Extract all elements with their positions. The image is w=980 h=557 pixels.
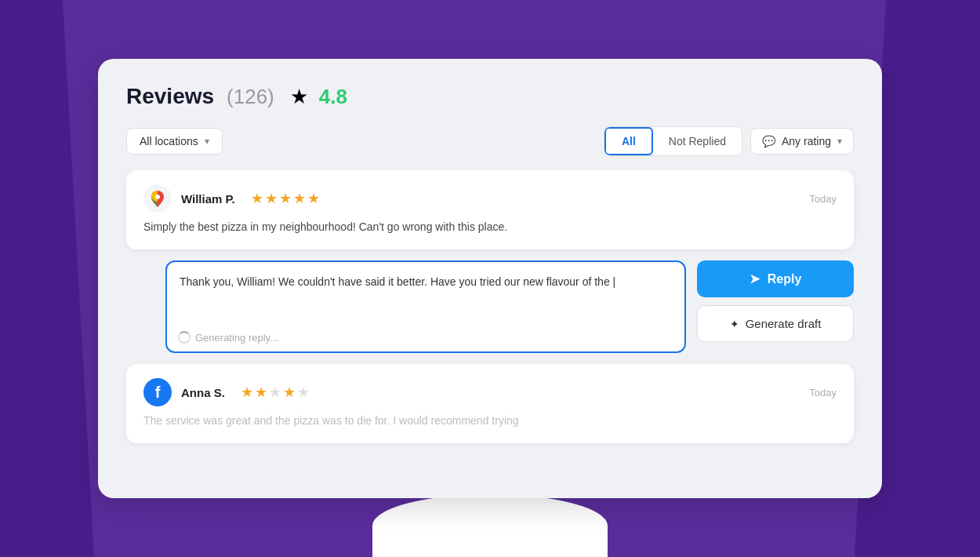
bg-shape-left — [0, 0, 94, 557]
generating-indicator: Generating reply... — [178, 331, 278, 344]
reply-textarea-wrapper[interactable]: Thank you, William! We couldn't have sai… — [165, 260, 686, 353]
loading-spinner — [178, 331, 191, 344]
generate-draft-button[interactable]: ✦ Generate draft — [697, 305, 854, 342]
review-text-anna: The service was great and the pizza was … — [143, 413, 837, 429]
location-filter: All locations ▾ — [126, 128, 223, 155]
generate-label: Generate draft — [746, 317, 822, 330]
review-time-anna: Today — [809, 387, 837, 399]
tab-all[interactable]: All — [604, 127, 653, 155]
reply-status-tabs: All Not Replied — [604, 126, 742, 156]
reply-label: Reply — [768, 272, 802, 286]
reviewer-name-anna: Anna S. — [181, 386, 225, 399]
card-header: Reviews (126) ★ 4.8 — [126, 84, 854, 109]
average-rating: 4.8 — [319, 85, 347, 109]
reply-button[interactable]: ➤ Reply — [697, 260, 854, 297]
page-title: Reviews — [126, 84, 214, 109]
star-icon: ★ — [290, 85, 308, 109]
facebook-icon: f — [143, 378, 172, 406]
reply-section: Thank you, William! We couldn't have sai… — [126, 260, 854, 353]
reviewer-name-william: William P. — [181, 192, 235, 206]
tab-not-replied[interactable]: Not Replied — [653, 127, 742, 155]
generating-label: Generating reply... — [195, 332, 278, 344]
review-header-anna: f Anna S. ★ ★ ★ ★ ★ Today — [143, 378, 837, 406]
right-filters: All Not Replied 💬 Any rating ▾ — [604, 126, 854, 156]
review-count: (126) — [227, 85, 274, 109]
speech-bubble-icon: 💬 — [762, 135, 775, 147]
review-card-william: William P. ★ ★ ★ ★ ★ Today Simply the be… — [126, 170, 854, 249]
rating-chevron: ▾ — [837, 136, 842, 147]
send-icon: ➤ — [750, 271, 760, 286]
reply-textarea[interactable]: Thank you, William! We couldn't have sai… — [180, 273, 672, 320]
review-header-william: William P. ★ ★ ★ ★ ★ Today — [143, 184, 837, 213]
reviewer-info-william: William P. ★ ★ ★ ★ ★ — [143, 184, 320, 213]
rating-label: Any rating — [782, 135, 831, 147]
location-dropdown[interactable]: All locations ▾ — [126, 128, 223, 155]
bg-bottom-arc — [372, 494, 608, 557]
reviews-card: Reviews (126) ★ 4.8 All locations ▾ All … — [98, 59, 882, 498]
location-label: All locations — [140, 135, 198, 147]
review-time-william: Today — [809, 193, 837, 205]
location-chevron: ▾ — [205, 136, 209, 147]
review-text-william: Simply the best pizza in my neighbourhoo… — [143, 219, 837, 235]
stars-anna: ★ ★ ★ ★ ★ — [241, 384, 310, 401]
google-maps-icon — [143, 184, 172, 213]
review-card-anna: f Anna S. ★ ★ ★ ★ ★ Today The service wa… — [126, 364, 854, 443]
filters-bar: All locations ▾ All Not Replied 💬 Any ra… — [126, 126, 854, 156]
sparkle-icon: ✦ — [730, 318, 739, 330]
reviewer-info-anna: f Anna S. ★ ★ ★ ★ ★ — [143, 378, 310, 406]
stars-william: ★ ★ ★ ★ ★ — [251, 190, 320, 207]
reply-actions: ➤ Reply ✦ Generate draft — [697, 260, 854, 353]
rating-dropdown[interactable]: 💬 Any rating ▾ — [750, 128, 854, 155]
